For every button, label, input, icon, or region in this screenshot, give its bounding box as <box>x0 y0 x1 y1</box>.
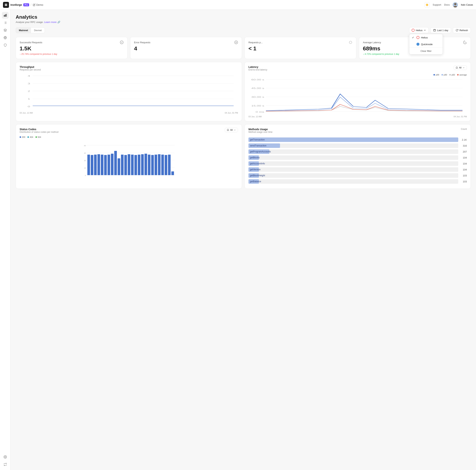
methods-header: Methods Usage Method usage over time Cou… <box>248 128 467 135</box>
svg-rect-83 <box>161 155 164 175</box>
methods-title-group: Methods Usage Method usage over time <box>248 128 272 135</box>
latency-filter-btn[interactable]: All <box>454 65 467 70</box>
svg-text:2: 2 <box>28 90 30 92</box>
legend-label-p90: p90 <box>444 74 447 76</box>
svg-point-0 <box>454 3 456 5</box>
legend-200: 200 <box>20 136 25 138</box>
project-icon <box>33 3 35 6</box>
helius-icon-option <box>416 36 419 39</box>
sidebar-item-analytics[interactable] <box>2 12 9 19</box>
navbar-right: ☀️ Support Docs Italo Casas <box>425 2 473 7</box>
stat-value-requests-per: < 1 <box>248 46 352 51</box>
quicknode-label: Quicknode <box>421 43 432 46</box>
bookmark-icon-status <box>227 129 229 131</box>
latency-x-end: 04 Jun, 01 PM <box>454 115 467 118</box>
svg-text:0: 0 <box>85 175 86 177</box>
sidebar-item-services[interactable] <box>2 27 9 33</box>
controls-bar: Mainnet Devnet Helius ✓ <box>16 27 471 33</box>
main-content: Analytics Analyse your RPC usage. Learn … <box>10 10 476 470</box>
svg-rect-81 <box>154 155 157 175</box>
stats-grid: Successful Requests 1.5K ↓ 25.74% compar… <box>16 37 471 59</box>
methods-title: Methods Usage <box>248 128 272 131</box>
time-range-label: Last 1 day <box>437 29 448 32</box>
method-bar-bg: getAccountInfo <box>248 161 458 166</box>
loader-icon <box>349 40 352 44</box>
stat-label-errors: Error Requests <box>134 41 150 44</box>
svg-rect-65 <box>101 155 103 175</box>
throughput-subtitle: Requests per second <box>20 68 41 71</box>
methods-list: getTransaction2.1KsendTransaction316getP… <box>248 137 467 184</box>
docs-link[interactable]: Docs <box>444 3 450 6</box>
status-codes-chart: 0 15 30 45 60 <box>20 140 238 177</box>
legend-dot-504 <box>35 136 37 138</box>
bookmark-icon <box>456 66 458 69</box>
svg-rect-70 <box>118 158 120 175</box>
method-count-value: 104 <box>460 168 467 171</box>
throughput-chart: 0 1 2 3 4 <box>20 74 238 111</box>
stat-header-successful: Successful Requests <box>20 40 124 44</box>
status-codes-card: Status Codes Distribution of status code… <box>16 124 242 189</box>
method-row: getAccountInfo104 <box>248 161 467 166</box>
bottom-grid: Status Codes Distribution of status code… <box>16 124 471 189</box>
svg-rect-71 <box>121 155 124 175</box>
svg-rect-3 <box>5 15 5 16</box>
tab-mainnet[interactable]: Mainnet <box>16 28 31 33</box>
sidebar-item-switch[interactable] <box>2 461 9 468</box>
stat-label-successful: Successful Requests <box>20 41 42 44</box>
svg-rect-73 <box>128 154 130 175</box>
dropdown-item-helius[interactable]: ✓ Helius <box>409 34 442 41</box>
project-selector[interactable]: Demo <box>33 3 43 6</box>
svg-rect-80 <box>151 155 154 175</box>
svg-text:30.00 s: 30.00 s <box>251 96 264 98</box>
sidebar-item-security[interactable] <box>2 42 9 49</box>
logo <box>3 2 9 8</box>
svg-point-1 <box>453 6 457 7</box>
svg-marker-11 <box>4 29 7 30</box>
clear-filter-btn[interactable]: Clear filter <box>409 48 442 54</box>
method-bar-bg: getProgramAccounts <box>248 149 458 154</box>
methods-count-label: Count <box>461 128 467 130</box>
svg-rect-66 <box>104 155 107 175</box>
provider-select[interactable]: Helius <box>409 27 429 33</box>
method-name-label: getBalance <box>250 180 261 183</box>
page-subtitle: Analyse your RPC usage. Learn more 🔗 <box>16 21 471 23</box>
svg-rect-68 <box>111 154 114 175</box>
helius-icon <box>412 29 415 32</box>
status-codes-filter-btn[interactable]: All <box>225 128 238 132</box>
stat-value-successful: 1.5K <box>20 46 124 51</box>
latency-x-labels: 03 Jun, 12 AM 04 Jun, 01 PM <box>248 115 467 118</box>
method-name-label: getBlocks <box>250 156 260 159</box>
dropdown-item-quicknode[interactable]: Quicknode <box>409 41 442 48</box>
refresh-label: Refresh <box>459 29 468 32</box>
latency-x-start: 03 Jun, 12 AM <box>248 115 261 118</box>
globe-icon <box>3 36 7 39</box>
method-row: sendTransaction316 <box>248 144 467 148</box>
method-name-label: getVersion <box>250 168 261 171</box>
stat-label-latency: Average Latency <box>363 41 381 44</box>
theme-toggle[interactable]: ☀️ <box>425 2 430 7</box>
latency-svg: 0 ms 15.00 s 30.00 s 45.00 s 60.00 s <box>248 77 467 115</box>
status-codes-filter-label: All <box>230 129 233 131</box>
latency-title-group: Latency End-to-end latency <box>248 65 267 73</box>
latency-subtitle: End-to-end latency <box>248 68 267 71</box>
chevron-down-icon-latency <box>462 66 465 69</box>
svg-rect-75 <box>135 155 137 175</box>
time-range-btn[interactable]: Last 1 day <box>430 27 451 33</box>
avatar[interactable] <box>453 2 458 7</box>
method-row: getBlocks104 <box>248 155 467 160</box>
check-icon: ✓ <box>412 36 415 39</box>
sidebar-item-networks[interactable] <box>2 34 9 41</box>
support-link[interactable]: Support <box>433 3 441 6</box>
sidebar-item-settings[interactable] <box>2 454 9 460</box>
navbar-left: Ironforge Pro / Demo <box>3 2 43 8</box>
tab-devnet[interactable]: Devnet <box>31 28 45 33</box>
refresh-btn[interactable]: Refresh <box>453 27 471 33</box>
svg-line-25 <box>349 41 350 42</box>
sidebar-item-requests[interactable] <box>2 19 9 26</box>
method-row: getBlockHeight103 <box>248 173 467 178</box>
svg-line-29 <box>349 43 350 44</box>
method-count-value: 316 <box>460 144 467 147</box>
page-title: Analytics <box>16 14 471 20</box>
learn-more-link[interactable]: Learn more <box>44 21 56 23</box>
method-bar-fill <box>248 137 458 142</box>
